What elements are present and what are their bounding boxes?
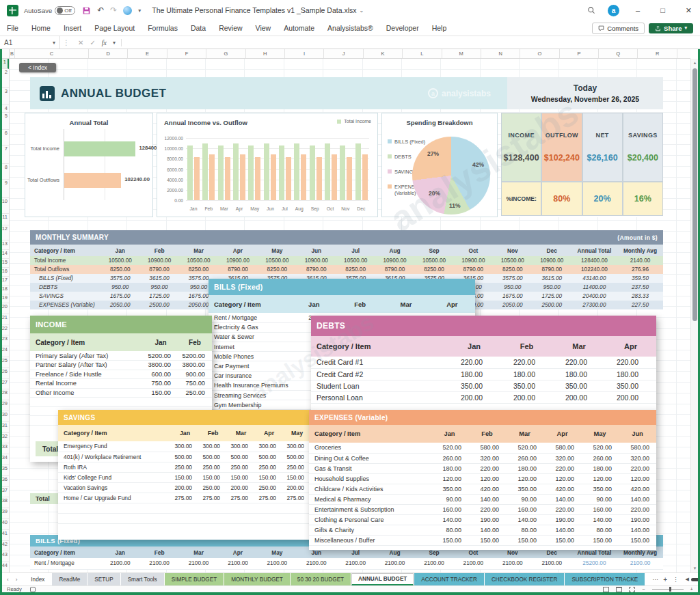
sheet-tab-monthly-budget[interactable]: MONTHLY BUDGET (224, 573, 290, 585)
column-header-E[interactable]: E (128, 49, 167, 58)
confirm-entry-icon[interactable]: ✓ (90, 39, 95, 46)
quick-access-toolbar: ↶ ↷ ▾ (82, 5, 141, 15)
table-row: Miscellaneous / Buffer150.00150.00150.00… (309, 535, 656, 545)
expenses-variable-panel[interactable]: EXPENSES (Variable) Category / ItemJanFe… (309, 410, 656, 550)
column-header-F[interactable]: F (167, 49, 206, 58)
spending-breakdown-chart[interactable]: Spending Breakdown BILLS (Fixed)DEBTSSAV… (381, 113, 498, 217)
sheet-tab-account-tracker[interactable]: ACCOUNT TRACKER (414, 573, 484, 585)
cell: 150.00 (543, 535, 581, 545)
maximize-button[interactable]: □ (656, 6, 669, 14)
column-header-D[interactable]: D (89, 49, 128, 58)
menu-item-view[interactable]: View (256, 24, 271, 32)
menu-item-home[interactable]: Home (31, 24, 51, 32)
menu-item-page-layout[interactable]: Page Layout (94, 24, 135, 32)
table-row: Groceries520.00580.00520.00580.00520.005… (309, 443, 656, 453)
namebox-dropdown-icon[interactable]: ▾ (53, 40, 55, 46)
tab-options-icon[interactable]: ⋮ (673, 576, 678, 583)
column-header-O[interactable]: O (520, 49, 559, 58)
save-icon[interactable] (82, 6, 91, 15)
tab-scroll-left-icon[interactable]: ‹ (7, 577, 9, 583)
column-header-N[interactable]: N (481, 49, 520, 58)
insert-function-icon[interactable]: fx (102, 39, 107, 46)
sheet-tab-50-30-20-budget[interactable]: 50 30 20 BUDGET (291, 573, 351, 585)
menu-item-developer[interactable]: Developer (386, 24, 419, 32)
more-sheets-icon[interactable]: ⋯ (652, 576, 658, 583)
account-avatar[interactable]: a (608, 5, 619, 16)
menu-item-review[interactable]: Review (219, 24, 242, 32)
column-label: Apr (218, 546, 257, 558)
search-icon[interactable] (587, 6, 595, 14)
comments-button[interactable]: Comments (592, 23, 645, 34)
zoom-slider-thumb[interactable] (669, 587, 671, 592)
scrollbar-thumb[interactable] (692, 68, 697, 321)
column-header-B[interactable]: B (10, 49, 15, 58)
cell: 200.00 (500, 391, 553, 403)
column-header-H[interactable]: H (246, 49, 285, 58)
annual-total-chart[interactable]: Annual Total Total Income128400.00Total … (25, 113, 153, 217)
menu-item-data[interactable]: Data (191, 24, 206, 32)
column-header-G[interactable]: G (206, 49, 245, 58)
column-headers[interactable]: BCDEFGHIJKLMNOPQR (10, 49, 690, 59)
title-dropdown-icon[interactable]: ⌄ (360, 8, 364, 14)
column-header-Q[interactable]: Q (599, 49, 638, 58)
sheet-tab-subscription-tracke[interactable]: SUBSCRIPTION TRACKE (565, 573, 645, 585)
column-header-C[interactable]: C (15, 49, 89, 58)
column-header-J[interactable]: J (324, 49, 363, 58)
accessibility-icon[interactable] (30, 587, 36, 592)
mini-scroll-left-icon[interactable]: ◀ (685, 577, 688, 582)
cell: 350.00 (581, 484, 619, 494)
close-button[interactable]: ✕ (682, 6, 696, 15)
undo-icon[interactable]: ↶ (97, 5, 104, 15)
sheet-tab-index[interactable]: Index (24, 573, 51, 585)
column-header-L[interactable]: L (403, 49, 442, 58)
cell: 80.00 (506, 525, 543, 535)
cell: 420.00 (543, 484, 581, 494)
menu-item-help[interactable]: Help (432, 24, 447, 32)
savings-panel[interactable]: SAVINGS Category / ItemJanFebMarAprMayEm… (58, 410, 311, 540)
page-break-view-icon[interactable] (629, 587, 635, 592)
cell: Clothing & Personal Care (309, 514, 431, 525)
vertical-scrollbar[interactable]: ▲ ▼ (690, 59, 698, 572)
autosave-pill[interactable]: Off (55, 6, 75, 15)
sheet-tab-smart-tools[interactable]: Smart Tools (121, 573, 164, 585)
sheet-tab-setup[interactable]: SETUP (88, 573, 120, 585)
column-header-I[interactable]: I (285, 49, 324, 58)
minimize-button[interactable]: – (632, 6, 644, 14)
cell: 350.00 (448, 380, 500, 391)
fx-dropdown-icon[interactable]: ▾ (113, 40, 116, 46)
zoom-in-icon[interactable]: + (690, 586, 693, 592)
zoom-slider[interactable] (652, 589, 684, 590)
column-header-P[interactable]: P (560, 49, 599, 58)
menu-item-insert[interactable]: Insert (64, 24, 81, 32)
sheet-tab-readme[interactable]: ReadMe (52, 573, 87, 585)
tab-scroll-right-icon[interactable]: › (16, 577, 18, 583)
cell: 140.00 (581, 514, 619, 525)
window-bottom-edge (0, 592, 700, 595)
addin-icon[interactable] (123, 6, 132, 15)
zoom-out-icon[interactable]: − (642, 586, 645, 592)
page-layout-view-icon[interactable] (616, 587, 622, 592)
cancel-entry-icon[interactable]: ✕ (78, 39, 83, 46)
column-header-K[interactable]: K (364, 49, 403, 58)
share-button[interactable]: Share ▾ (649, 23, 693, 33)
column-header-R[interactable]: R (638, 49, 677, 58)
menu-item-file[interactable]: File (7, 24, 18, 32)
new-sheet-icon[interactable]: + (663, 576, 667, 583)
column-label: Mar (179, 245, 218, 256)
cell: 220.00 (619, 504, 656, 514)
menu-item-analysistabs-[interactable]: Analysistabs® (327, 24, 373, 32)
menu-item-formulas[interactable]: Formulas (148, 24, 178, 32)
column-header-M[interactable]: M (442, 49, 481, 58)
qat-dropdown-icon[interactable]: ▾ (138, 8, 141, 14)
normal-view-icon[interactable] (603, 587, 609, 592)
redo-icon[interactable]: ↷ (110, 5, 117, 15)
debts-panel[interactable]: DEBTS Category / ItemJanFebMarAprCredit … (311, 316, 656, 410)
sheet-tab-checkbook-register[interactable]: CHECKBOOK REGISTER (485, 573, 564, 585)
index-back-button[interactable]: < Index (19, 63, 56, 72)
autosave-toggle[interactable]: AutoSave Off (24, 6, 75, 15)
sheet-tab-simple-budget[interactable]: SIMPLE BUDGET (165, 573, 224, 585)
menu-item-automate[interactable]: Automate (284, 24, 314, 32)
name-box[interactable]: A1▾ (0, 36, 60, 49)
income-vs-outflow-chart[interactable]: Annual Income vs. Outflow Total Income 1… (157, 113, 378, 217)
sheet-tab-annual-budget[interactable]: ANNUAL BUDGET (351, 573, 414, 585)
